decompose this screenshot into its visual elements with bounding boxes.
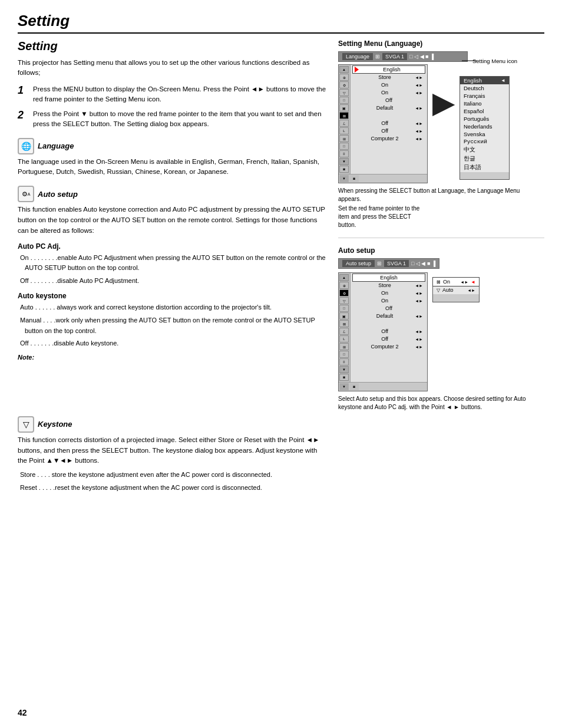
keystone-desc: This function corrects distortion of a p…: [18, 435, 326, 466]
left-column: Setting This projector has Setting menu …: [18, 39, 326, 498]
as-osd-row-on2: On ◄►: [353, 297, 425, 304]
osd-on1-label: On: [355, 82, 415, 88]
keystone-item-0: Store . . . . store the keystone adjustm…: [20, 470, 326, 480]
as-osd-row-blank: [353, 320, 425, 327]
lang-korean-label: 한글: [464, 155, 475, 162]
as-popup-on-label: On: [443, 279, 458, 285]
osd-topbar-icon1: ⊞: [375, 54, 380, 60]
as-osd-on2-label: On: [355, 298, 415, 304]
as-sidebar-icon-11: ≡: [339, 358, 349, 365]
osd-row-blank: [353, 112, 425, 119]
lang-item-russian: Русский: [460, 138, 509, 146]
auto-setup-topbar-label: Auto setup: [342, 260, 375, 267]
osd-topbar-panel: Language ⊞ SVGA 1 □ ◁ ◀ ■ ▐: [338, 51, 468, 62]
as-osd-store-label: Store: [355, 282, 415, 288]
lang-item-italiano: Italiano: [460, 100, 509, 107]
osd-off2-label: Off: [355, 120, 415, 126]
as-osd-row-on1: On ◄►: [353, 289, 425, 297]
osd-row-on1: On ◄►: [353, 81, 425, 88]
osd-topbar-svga: SVGA 1: [382, 53, 407, 60]
lang-item-blank: [460, 172, 509, 179]
as-popup-row-auto: ▽ Auto ◄►: [433, 286, 479, 294]
osd-bottom-icons: ▼ ◙: [339, 174, 427, 183]
big-arrow-container: ▶: [432, 64, 455, 117]
auto-setup-osd-panel: ▲ ⊕ ⚙ ▽ □ ▣ ⊠ ℒ L ⊞ □ ≡ ▼: [338, 272, 428, 391]
as-osd-store-arrow: ◄►: [415, 284, 423, 288]
auto-setup-osd-main: English Store ◄► On ◄► On: [351, 273, 427, 382]
as-sidebar-icon-2-active: ⚙: [339, 289, 349, 297]
lang-item-espanol: Español: [460, 107, 509, 115]
as-sidebar-icon-8: L: [339, 335, 349, 342]
main-content: Setting This projector has Setting menu …: [18, 39, 544, 498]
as-sidebar-icon-4: □: [339, 305, 349, 312]
as-osd-off2-arrow: ◄►: [415, 330, 423, 334]
as-osd-row-store: Store ◄►: [353, 282, 425, 289]
as-osd-row-computer2: Computer 2 ◄►: [353, 343, 425, 350]
sidebar-icon-3: ▽: [339, 89, 349, 96]
callout-auto-setup-desc: Select Auto setup and this box appears. …: [338, 396, 526, 410]
lang-espanol-label: Español: [464, 108, 484, 114]
lang-italiano-label: Italiano: [464, 100, 482, 107]
as-osd-row-default: Default ◄►: [353, 312, 425, 319]
auto-setup-osd-label: Auto setup: [338, 246, 544, 255]
big-arrow: ▶: [432, 88, 455, 117]
osd-on2-label: On: [355, 90, 415, 95]
auto-setup-popup: ⊠ On ◄► ◄ ▽ Auto ◄►: [432, 277, 480, 302]
as-sidebar-icon-10: □: [339, 351, 349, 358]
sidebar-icon-13: ◙: [339, 166, 349, 173]
sidebar-icon-5: ▣: [339, 104, 349, 111]
as-osd-computer2-label: Computer 2: [355, 344, 415, 350]
as-osd-off-label: Off: [355, 305, 423, 311]
as-sidebar-icon-12: ▼: [339, 366, 349, 373]
sidebar-icon-11: ≡: [339, 150, 349, 157]
as-osd-off3-label: Off: [355, 336, 415, 342]
auto-setup-desc: This function enables Auto keystone corr…: [18, 205, 326, 236]
language-feature: 🌐 Language The language used in the On-S…: [18, 138, 326, 178]
auto-keystone-item-1: Manual . . . .work only when pressing th…: [20, 315, 326, 336]
lang-item-english: English ◄: [460, 77, 509, 84]
osd-topbar: Language ⊞ SVGA 1 □ ◁ ◀ ■ ▐: [339, 52, 467, 61]
osd-topbar-language-label: Language: [342, 53, 373, 60]
callout-red-frame-desc: Set the red frame pointer to the item an…: [338, 205, 419, 228]
lang-item-chinese: 中文: [460, 146, 509, 154]
language-title: Language: [38, 141, 74, 150]
callout-red-frame-text: Set the red frame pointer to the item an…: [338, 205, 421, 229]
auto-setup-topbar: Auto setup ⊞ SVGA 1 □ ◁ ◀ ■ ▐: [339, 259, 439, 268]
osd-body: ▲ ⊕ ⚙ ▽ □ ▣ ⊠ ℒ L ⊞ □ ≡ ▼: [339, 65, 427, 174]
red-frame-indicator: [355, 67, 359, 73]
sidebar-icon-9: ⊞: [339, 135, 349, 142]
page-header: Setting: [18, 12, 544, 34]
lang-russian-label: Русский: [464, 139, 487, 145]
auto-setup-osd-sidebar: ▲ ⊕ ⚙ ▽ □ ▣ ⊠ ℒ L ⊞ □ ≡ ▼: [339, 273, 351, 382]
lang-item-portugues: Português: [460, 115, 509, 123]
as-osd-row-english: English: [353, 274, 425, 281]
step-1-number: 1: [18, 84, 28, 105]
auto-setup-osd-diagram: ▲ ⊕ ⚙ ▽ □ ▣ ⊠ ℒ L ⊞ □ ≡ ▼: [338, 272, 544, 391]
auto-pc-adj-title: Auto PC Adj.: [18, 242, 326, 251]
auto-pc-adj-item-1: Off . . . . . . . .disable Auto PC Adjus…: [20, 276, 326, 286]
osd-default-arrow: ◄►: [415, 106, 423, 110]
lang-item-korean: 한글: [460, 154, 509, 163]
osd-computer2-label: Computer 2: [355, 136, 415, 141]
osd-row-off: Off: [353, 97, 425, 104]
as-popup-auto-label: Auto: [442, 287, 465, 293]
keystone-icon: ▽: [18, 416, 34, 433]
lang-selected-arrow: ◄: [501, 78, 505, 83]
osd-default-label: Default: [355, 105, 415, 111]
sidebar-icon-2: ⚙: [339, 81, 349, 88]
as-osd-row-off2: Off ◄►: [353, 328, 425, 335]
step-1-text: Press the MENU button to display the On-…: [33, 84, 326, 105]
note-block: Note:: [18, 354, 326, 361]
osd-bottom-icon-disc: ◙: [349, 175, 359, 182]
language-feature-header: 🌐 Language: [18, 138, 326, 154]
auto-keystone-item-0: Auto . . . . . . always work and correct…: [20, 302, 326, 313]
keystone-feature: ▽ Keystone This function corrects distor…: [18, 416, 326, 493]
language-icon: 🌐: [18, 138, 34, 154]
lang-item-francais: Français: [460, 92, 509, 100]
lang-japanese-label: 日本語: [464, 164, 481, 170]
as-popup-selected-indicator: ◄: [471, 279, 475, 285]
sidebar-icon-1: ⊕: [339, 74, 349, 81]
as-osd-on1-label: On: [355, 290, 415, 296]
as-popup-on-arrows: ◄►: [460, 280, 468, 284]
as-osd-bottom-icons: ▼ ◙: [339, 382, 427, 391]
